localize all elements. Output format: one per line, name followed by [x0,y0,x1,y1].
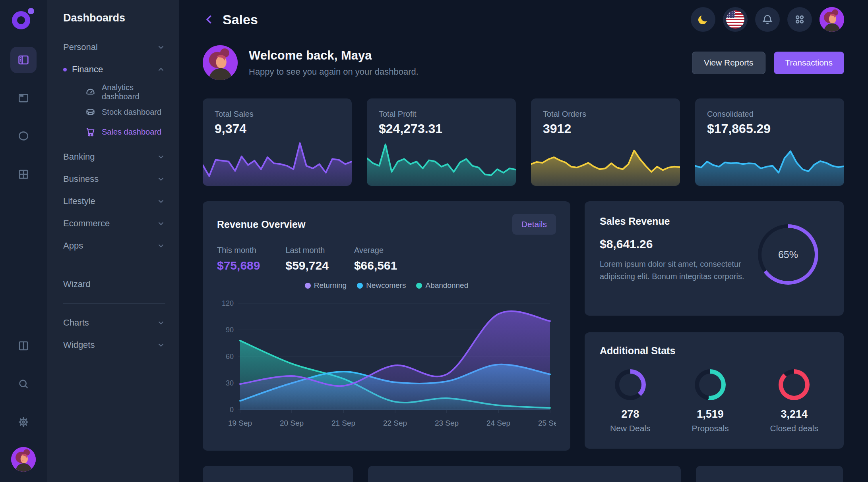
browser-window-icon [17,92,30,104]
sidebar-item-wizard[interactable]: Wizard [63,273,165,295]
apps-dots-icon [793,13,806,26]
sidebar-item-banking[interactable]: Banking [63,146,165,168]
app-logo[interactable] [12,8,35,31]
page-title: Sales [223,12,258,27]
legend-item-returning: Returning [305,281,347,290]
donut-percent-label: 65% [778,249,798,260]
gear-icon [17,416,30,428]
stat-card-consolidated[interactable]: Consolidated $17,865.29 [695,98,844,186]
rail-user-avatar[interactable] [11,447,36,472]
details-button[interactable]: Details [512,214,556,235]
proposals-donut [695,369,726,400]
sidebar-item-personal[interactable]: Personal [63,36,165,58]
welcome-actions: View Reports Transactions [692,52,844,74]
sidebar-item-analytics-dashboard[interactable]: Analytics dashboard [85,82,165,102]
sidebar-item-label: Ecommerce [63,218,157,229]
apps-button[interactable] [787,7,812,32]
stat-label: Total Sales [215,110,340,119]
stat-info: Total Orders 3912 [531,98,680,147]
stat-value: $75,689 [217,259,260,272]
us-flag-icon [726,10,744,29]
sidebar-item-label: Business [63,174,157,184]
sales-revenue-description: Lorem ipsum dolor sit amet, consectetur … [600,258,747,283]
stat-label: Total Orders [543,110,668,119]
new-deals-donut [615,369,646,400]
logo-dot [28,8,34,14]
stat-label: Consolidated [707,110,832,119]
sidebar-layout-icon [17,54,30,66]
sidebar-item-label: Finance [72,64,157,75]
rail-item-panels[interactable] [10,333,37,359]
revenue-stat-average: Average $66,561 [354,246,397,272]
stat-label: This month [217,246,260,255]
sidebar-item-finance[interactable]: Finance [63,58,165,81]
language-button[interactable] [723,7,748,32]
chevron-down-icon [157,175,165,183]
svg-text:20 Sep: 20 Sep [280,419,304,427]
notifications-button[interactable] [755,7,780,32]
welcome-title: Welcome back, Maya [249,48,418,63]
stat-label: Average [354,246,397,255]
rail-item-dashboards[interactable] [10,47,37,73]
coins-icon [85,107,96,118]
transactions-button[interactable]: Transactions [774,52,844,74]
chart-legend: Returning Newcomers Abandonned [217,281,556,290]
sidebar-item-charts[interactable]: Charts [63,312,165,334]
chevron-up-icon [157,65,165,74]
columns-icon [17,339,30,352]
revenue-stat-last-month: Last month $59,724 [285,246,328,272]
stat-label: Proposals [692,424,728,433]
sidebar-item-sales-dashboard[interactable]: Sales dashboard [85,122,165,142]
sidebar-item-business[interactable]: Business [63,168,165,190]
back-button[interactable] [203,13,216,26]
sidebar-item-lifestyle[interactable]: Lifestyle [63,190,165,212]
rail-item-messages[interactable] [10,123,37,149]
donut-center [783,374,805,396]
sidebar: Dashboards Personal Finance Analytics da… [47,0,179,482]
stat-new-deals: 278 New Deals [610,369,651,433]
additional-stats-row: 278 New Deals 1,519 Proposals [600,369,829,433]
chevron-down-icon [157,318,165,327]
revenue-area-chart: 030609012019 Sep20 Sep21 Sep22 Sep23 Sep… [217,295,556,428]
sales-revenue-title: Sales Revenue [600,216,747,227]
legend-dot [305,283,311,289]
sidebar-item-widgets[interactable]: Widgets [63,334,165,356]
sidebar-item-apps[interactable]: Apps [63,235,165,257]
stat-card-total-orders[interactable]: Total Orders 3912 [531,98,680,186]
rail-item-settings[interactable] [10,409,37,435]
avatar-illustration [203,45,238,80]
avatar-illustration [11,447,36,472]
rail-item-windows[interactable] [10,85,37,111]
dark-mode-toggle[interactable] [691,7,715,32]
stat-cards-row: Total Sales 9,374 Total Profit $24,273.3… [203,98,844,186]
stat-card-total-sales[interactable]: Total Sales 9,374 [203,98,352,186]
stat-value: $24,273.31 [379,121,504,136]
welcome-avatar [203,45,238,80]
donut-center: 65% [761,228,815,281]
svg-text:120: 120 [222,299,234,307]
stat-card-total-profit[interactable]: Total Profit $24,273.31 [367,98,516,186]
sales-revenue-donut: 65% [758,224,818,285]
svg-text:22 Sep: 22 Sep [383,419,407,427]
header-user-avatar[interactable] [820,7,844,32]
svg-text:30: 30 [226,379,234,387]
flag-canton [726,10,735,18]
welcome-banner: Welcome back, Maya Happy to see you agai… [203,45,844,80]
stat-value: 3912 [543,121,668,136]
view-reports-button[interactable]: View Reports [692,52,765,74]
welcome-subtitle: Happy to see you again on your dashboard… [249,67,418,77]
svg-text:25 Sep: 25 Sep [538,419,556,427]
stat-value: $17,865.29 [707,121,832,136]
sidebar-item-stock-dashboard[interactable]: Stock dashboard [85,102,165,122]
gauge-icon [85,87,96,98]
sidebar-item-ecommerce[interactable]: Ecommerce [63,212,165,235]
rail-item-search[interactable] [10,371,37,397]
rail-item-apps-grid[interactable] [10,161,37,187]
stat-value: 9,374 [215,121,340,136]
grid-icon [17,168,30,181]
bell-icon [761,13,774,26]
sidebar-item-label: Wizard [63,279,165,289]
chevron-down-icon [157,341,165,349]
sidebar-item-label: Lifestyle [63,196,157,206]
svg-text:60: 60 [226,353,234,361]
